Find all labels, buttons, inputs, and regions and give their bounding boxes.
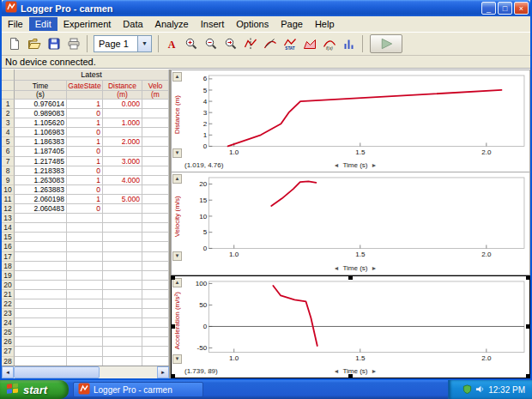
cell-time[interactable]: 1.186383 bbox=[15, 137, 67, 147]
cell-time[interactable]: 2.060198 bbox=[15, 195, 67, 204]
cell-gatestate[interactable]: 0 bbox=[67, 109, 103, 118]
resize-handle[interactable] bbox=[526, 275, 530, 280]
cell-gatestate[interactable] bbox=[67, 290, 103, 299]
cell-gatestate[interactable] bbox=[67, 318, 103, 328]
menu-page[interactable]: Page bbox=[275, 17, 309, 31]
cell-gatestate[interactable]: 0 bbox=[67, 147, 103, 156]
row-number[interactable]: 18 bbox=[2, 262, 15, 271]
print-icon[interactable] bbox=[64, 34, 83, 53]
cell-distance[interactable]: 3.000 bbox=[103, 157, 142, 166]
cell-gatestate[interactable]: 0 bbox=[67, 166, 103, 176]
column-header-time[interactable]: Time bbox=[15, 81, 67, 91]
cell-distance[interactable] bbox=[103, 347, 142, 356]
cell-time[interactable]: 1.263883 bbox=[15, 185, 67, 195]
cell-distance[interactable] bbox=[103, 166, 142, 176]
cell-time[interactable] bbox=[15, 328, 67, 337]
cell-velocity[interactable] bbox=[142, 357, 169, 366]
save-icon[interactable] bbox=[45, 34, 63, 53]
examine-icon[interactable] bbox=[241, 34, 260, 53]
cell-velocity[interactable] bbox=[142, 347, 169, 356]
cell-gatestate[interactable] bbox=[67, 214, 103, 223]
cell-gatestate[interactable]: 1 bbox=[67, 100, 103, 109]
menu-options[interactable]: Options bbox=[230, 17, 275, 31]
cell-distance[interactable] bbox=[103, 262, 142, 271]
resize-handle[interactable] bbox=[526, 374, 530, 378]
cell-time[interactable] bbox=[15, 281, 67, 290]
cell-time[interactable] bbox=[15, 262, 67, 271]
menu-edit[interactable]: Edit bbox=[29, 17, 57, 31]
cell-velocity[interactable] bbox=[142, 128, 169, 137]
cell-gatestate[interactable]: 1 bbox=[67, 137, 103, 147]
cell-velocity[interactable] bbox=[142, 318, 169, 328]
cell-velocity[interactable] bbox=[142, 309, 169, 318]
cell-distance[interactable] bbox=[103, 109, 142, 118]
minimize-button[interactable]: _ bbox=[481, 2, 496, 15]
row-number[interactable]: 16 bbox=[2, 242, 15, 251]
title-bar[interactable]: Logger Pro - carmen _ □ × bbox=[2, 0, 530, 16]
open-file-icon[interactable] bbox=[25, 34, 44, 53]
chevron-down-icon[interactable]: ▼ bbox=[137, 36, 151, 51]
cell-gatestate[interactable]: 1 bbox=[67, 176, 103, 185]
cell-distance[interactable] bbox=[103, 309, 142, 318]
cell-gatestate[interactable] bbox=[67, 223, 103, 233]
cell-velocity[interactable] bbox=[142, 271, 169, 281]
table-horizontal-scrollbar[interactable]: ◄ ► bbox=[2, 366, 169, 378]
cell-velocity[interactable] bbox=[142, 328, 169, 337]
cell-velocity[interactable] bbox=[142, 176, 169, 185]
x-axis-scroll-left-icon[interactable]: ◄ bbox=[334, 366, 340, 376]
cell-time[interactable]: 1.105620 bbox=[15, 118, 67, 128]
resize-handle[interactable] bbox=[348, 275, 353, 280]
cell-velocity[interactable] bbox=[142, 252, 169, 262]
cell-distance[interactable] bbox=[103, 299, 142, 309]
cell-distance[interactable]: 0.000 bbox=[103, 100, 142, 109]
cell-time[interactable] bbox=[15, 318, 67, 328]
cell-time[interactable] bbox=[15, 347, 67, 356]
curve-fit-icon[interactable]: f(x) bbox=[320, 34, 339, 53]
menu-file[interactable]: File bbox=[2, 17, 29, 31]
cell-distance[interactable]: 4.000 bbox=[103, 176, 142, 185]
resize-handle[interactable] bbox=[348, 374, 353, 378]
cell-velocity[interactable] bbox=[142, 223, 169, 233]
cell-time[interactable] bbox=[15, 252, 67, 262]
integrate-icon[interactable] bbox=[300, 34, 319, 53]
y-axis-scroll-down-icon[interactable]: ▼ bbox=[172, 148, 182, 158]
row-number[interactable]: 10 bbox=[2, 185, 15, 195]
page-selector-dropdown[interactable]: Page 1 ▼ bbox=[94, 35, 152, 52]
resize-handle[interactable] bbox=[171, 324, 175, 329]
close-button[interactable]: × bbox=[514, 2, 529, 15]
y-axis-scroll-down-icon[interactable]: ▼ bbox=[172, 354, 182, 364]
row-number[interactable]: 4 bbox=[2, 128, 15, 137]
fft-icon[interactable] bbox=[340, 34, 359, 53]
y-axis-scroll-down-icon[interactable]: ▼ bbox=[172, 251, 182, 261]
resize-handle[interactable] bbox=[171, 374, 175, 378]
cell-gatestate[interactable]: 0 bbox=[67, 204, 103, 214]
row-number[interactable]: 25 bbox=[2, 328, 15, 337]
menu-analyze[interactable]: Analyze bbox=[149, 17, 195, 31]
cell-gatestate[interactable] bbox=[67, 242, 103, 251]
cell-gatestate[interactable] bbox=[67, 328, 103, 337]
cell-velocity[interactable] bbox=[142, 242, 169, 251]
row-number[interactable]: 27 bbox=[2, 347, 15, 356]
row-number[interactable]: 15 bbox=[2, 233, 15, 242]
cell-velocity[interactable] bbox=[142, 185, 169, 195]
cell-time[interactable] bbox=[15, 223, 67, 233]
cell-gatestate[interactable] bbox=[67, 299, 103, 309]
cell-distance[interactable] bbox=[103, 337, 142, 347]
plot-area[interactable]: 01234561.01.52.0 bbox=[183, 71, 528, 159]
cell-distance[interactable] bbox=[103, 357, 142, 366]
new-file-icon[interactable] bbox=[5, 34, 24, 53]
cell-time[interactable]: 0.989083 bbox=[15, 109, 67, 118]
row-number[interactable]: 8 bbox=[2, 166, 15, 176]
cell-time[interactable] bbox=[15, 357, 67, 366]
cell-gatestate[interactable] bbox=[67, 337, 103, 347]
cell-gatestate[interactable] bbox=[67, 309, 103, 318]
row-number[interactable]: 19 bbox=[2, 271, 15, 281]
row-number[interactable]: 20 bbox=[2, 281, 15, 290]
cell-time[interactable] bbox=[15, 214, 67, 223]
statistics-icon[interactable]: STAT bbox=[281, 34, 299, 53]
row-number[interactable]: 26 bbox=[2, 337, 15, 347]
scroll-left-icon[interactable]: ◄ bbox=[2, 366, 14, 378]
tray-shield-icon[interactable] bbox=[462, 384, 472, 396]
cell-distance[interactable] bbox=[103, 204, 142, 214]
x-axis-scroll-right-icon[interactable]: ► bbox=[372, 263, 378, 273]
